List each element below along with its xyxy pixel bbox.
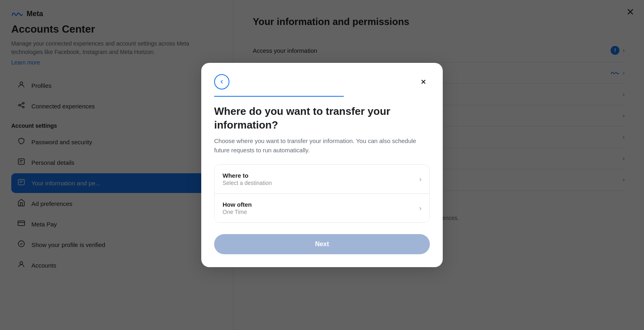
where-to-content: Where to Select a destination bbox=[223, 172, 272, 186]
where-to-chevron-icon: › bbox=[419, 176, 421, 183]
modal-description: Choose where you want to transfer your i… bbox=[214, 137, 430, 155]
modal-option-how-often[interactable]: How often One Time › bbox=[215, 194, 429, 222]
modal-top-bar bbox=[214, 74, 430, 89]
modal-divider bbox=[214, 96, 344, 97]
back-chevron-icon bbox=[219, 79, 225, 85]
close-x-icon bbox=[420, 78, 427, 85]
how-often-sub: One Time bbox=[223, 209, 252, 215]
modal-next-button[interactable]: Next bbox=[214, 234, 430, 254]
modal-back-button[interactable] bbox=[214, 74, 229, 89]
how-often-chevron-icon: › bbox=[419, 205, 421, 212]
where-to-sub: Select a destination bbox=[223, 180, 272, 186]
how-often-content: How often One Time bbox=[223, 201, 252, 215]
modal-overlay: Where do you want to transfer your infor… bbox=[0, 0, 644, 330]
how-often-title: How often bbox=[223, 201, 252, 208]
modal: Where do you want to transfer your infor… bbox=[201, 63, 443, 268]
modal-options: Where to Select a destination › How ofte… bbox=[214, 164, 430, 223]
modal-title: Where do you want to transfer your infor… bbox=[214, 105, 430, 132]
where-to-title: Where to bbox=[223, 172, 272, 179]
modal-close-button[interactable] bbox=[417, 75, 430, 88]
modal-option-where-to[interactable]: Where to Select a destination › bbox=[215, 165, 429, 194]
